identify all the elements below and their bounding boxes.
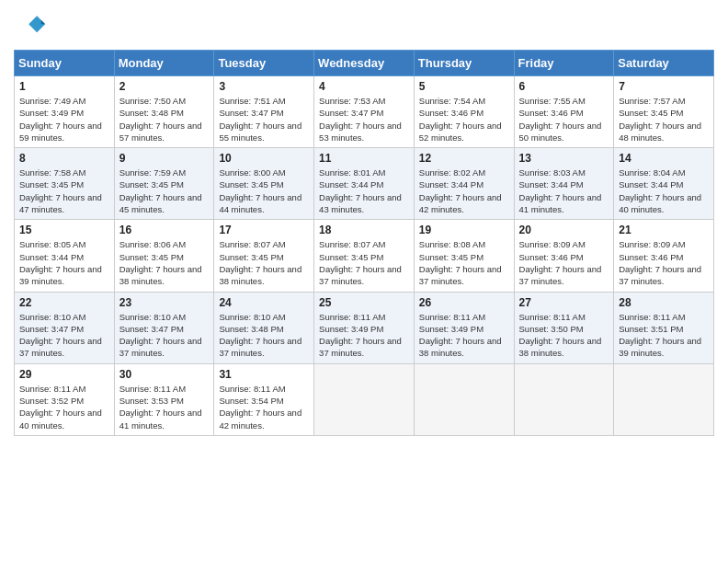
day-info: Sunrise: 7:58 AM Sunset: 3:45 PM Dayligh… — [19, 167, 109, 215]
sunset-label: Sunset: 3:46 PM — [519, 108, 584, 118]
sunset-label: Sunset: 3:45 PM — [119, 179, 184, 190]
day-info: Sunrise: 7:49 AM Sunset: 3:49 PM Dayligh… — [19, 95, 109, 144]
daylight-label: Daylight: 7 hours and 37 minutes. — [419, 264, 502, 286]
daylight-label: Daylight: 7 hours and 38 minutes. — [219, 264, 301, 286]
daylight-label: Daylight: 7 hours and 37 minutes. — [19, 336, 102, 358]
day-number: 17 — [219, 224, 309, 236]
calendar-cell: 1 Sunrise: 7:49 AM Sunset: 3:49 PM Dayli… — [15, 76, 115, 148]
sunrise-label: Sunrise: 7:59 AM — [119, 167, 186, 178]
day-header-friday: Friday — [514, 51, 614, 76]
daylight-label: Daylight: 7 hours and 50 minutes. — [519, 121, 602, 143]
calendar-cell: 8 Sunrise: 7:58 AM Sunset: 3:45 PM Dayli… — [15, 148, 115, 220]
daylight-label: Daylight: 7 hours and 40 minutes. — [19, 408, 102, 430]
sunrise-label: Sunrise: 8:02 AM — [419, 167, 485, 178]
daylight-label: Daylight: 7 hours and 37 minutes. — [319, 336, 402, 358]
sunset-label: Sunset: 3:44 PM — [619, 179, 683, 190]
calendar-cell: 31 Sunrise: 8:11 AM Sunset: 3:54 PM Dayl… — [214, 363, 314, 435]
daylight-label: Daylight: 7 hours and 48 minutes. — [619, 121, 701, 143]
day-number: 8 — [19, 152, 109, 165]
daylight-label: Daylight: 7 hours and 38 minutes. — [419, 336, 502, 358]
sunset-label: Sunset: 3:45 PM — [219, 179, 283, 190]
day-info: Sunrise: 8:00 AM Sunset: 3:45 PM Dayligh… — [219, 167, 309, 215]
sunset-label: Sunset: 3:47 PM — [219, 108, 283, 118]
week-row-5: 29 Sunrise: 8:11 AM Sunset: 3:52 PM Dayl… — [15, 363, 714, 435]
day-info: Sunrise: 8:11 AM Sunset: 3:54 PM Dayligh… — [219, 383, 309, 431]
sunrise-label: Sunrise: 8:06 AM — [119, 239, 186, 249]
sunset-label: Sunset: 3:48 PM — [219, 324, 283, 334]
calendar-cell: 25 Sunrise: 8:11 AM Sunset: 3:49 PM Dayl… — [314, 292, 415, 363]
day-number: 1 — [19, 80, 109, 93]
calendar-cell: 21 Sunrise: 8:09 AM Sunset: 3:46 PM Dayl… — [614, 220, 714, 292]
day-info: Sunrise: 8:11 AM Sunset: 3:50 PM Dayligh… — [519, 311, 609, 360]
week-row-2: 8 Sunrise: 7:58 AM Sunset: 3:45 PM Dayli… — [15, 148, 714, 220]
sunrise-label: Sunrise: 7:57 AM — [619, 96, 685, 106]
sunset-label: Sunset: 3:49 PM — [19, 108, 84, 118]
day-info: Sunrise: 7:57 AM Sunset: 3:45 PM Dayligh… — [619, 95, 709, 144]
day-header-saturday: Saturday — [614, 51, 714, 76]
day-number: 19 — [419, 224, 509, 236]
calendar-cell: 23 Sunrise: 8:10 AM Sunset: 3:47 PM Dayl… — [114, 292, 214, 363]
calendar-cell: 30 Sunrise: 8:11 AM Sunset: 3:53 PM Dayl… — [114, 363, 214, 435]
day-info: Sunrise: 8:10 AM Sunset: 3:48 PM Dayligh… — [219, 311, 309, 360]
calendar-cell: 5 Sunrise: 7:54 AM Sunset: 3:46 PM Dayli… — [414, 76, 514, 148]
daylight-label: Daylight: 7 hours and 37 minutes. — [219, 336, 301, 358]
calendar-cell — [614, 363, 714, 435]
sunrise-label: Sunrise: 8:11 AM — [319, 312, 385, 322]
sunset-label: Sunset: 3:50 PM — [519, 324, 584, 334]
sunset-label: Sunset: 3:54 PM — [219, 396, 283, 406]
sunrise-label: Sunrise: 8:09 AM — [519, 239, 586, 249]
sunrise-label: Sunrise: 7:49 AM — [19, 96, 85, 106]
day-number: 5 — [419, 80, 509, 93]
day-info: Sunrise: 8:11 AM Sunset: 3:52 PM Dayligh… — [19, 383, 109, 431]
calendar-cell: 13 Sunrise: 8:03 AM Sunset: 3:44 PM Dayl… — [514, 148, 614, 220]
daylight-label: Daylight: 7 hours and 41 minutes. — [119, 408, 202, 430]
day-info: Sunrise: 8:11 AM Sunset: 3:49 PM Dayligh… — [319, 311, 409, 360]
day-header-wednesday: Wednesday — [314, 51, 415, 76]
sunset-label: Sunset: 3:45 PM — [319, 252, 383, 262]
calendar-cell: 7 Sunrise: 7:57 AM Sunset: 3:45 PM Dayli… — [614, 76, 714, 148]
daylight-label: Daylight: 7 hours and 45 minutes. — [119, 192, 202, 214]
calendar-cell: 10 Sunrise: 8:00 AM Sunset: 3:45 PM Dayl… — [214, 148, 314, 220]
day-number: 3 — [219, 80, 309, 93]
week-row-4: 22 Sunrise: 8:10 AM Sunset: 3:47 PM Dayl… — [15, 292, 714, 363]
daylight-label: Daylight: 7 hours and 52 minutes. — [419, 121, 502, 143]
day-info: Sunrise: 8:09 AM Sunset: 3:46 PM Dayligh… — [619, 238, 709, 287]
page: SundayMondayTuesdayWednesdayThursdayFrid… — [0, 0, 728, 563]
day-info: Sunrise: 8:01 AM Sunset: 3:44 PM Dayligh… — [319, 167, 409, 215]
sunrise-label: Sunrise: 7:55 AM — [519, 96, 586, 106]
sunrise-label: Sunrise: 7:58 AM — [19, 167, 85, 178]
day-info: Sunrise: 8:10 AM Sunset: 3:47 PM Dayligh… — [119, 311, 210, 360]
daylight-label: Daylight: 7 hours and 47 minutes. — [19, 192, 102, 214]
daylight-label: Daylight: 7 hours and 38 minutes. — [519, 336, 602, 358]
daylight-label: Daylight: 7 hours and 40 minutes. — [619, 192, 701, 214]
sunset-label: Sunset: 3:49 PM — [319, 324, 383, 334]
daylight-label: Daylight: 7 hours and 37 minutes. — [519, 264, 602, 286]
day-info: Sunrise: 8:11 AM Sunset: 3:51 PM Dayligh… — [619, 311, 709, 360]
daylight-label: Daylight: 7 hours and 42 minutes. — [219, 408, 301, 430]
day-number: 24 — [219, 296, 309, 309]
sunset-label: Sunset: 3:47 PM — [19, 324, 84, 334]
sunset-label: Sunset: 3:44 PM — [519, 179, 584, 190]
sunset-label: Sunset: 3:53 PM — [119, 396, 184, 406]
daylight-label: Daylight: 7 hours and 43 minutes. — [319, 192, 402, 214]
daylight-label: Daylight: 7 hours and 57 minutes. — [119, 121, 202, 143]
sunset-label: Sunset: 3:46 PM — [419, 108, 483, 118]
day-info: Sunrise: 7:54 AM Sunset: 3:46 PM Dayligh… — [419, 95, 509, 144]
day-number: 20 — [519, 224, 609, 236]
day-header-tuesday: Tuesday — [214, 51, 314, 76]
day-number: 21 — [619, 224, 709, 236]
day-number: 12 — [419, 152, 509, 165]
daylight-label: Daylight: 7 hours and 42 minutes. — [419, 192, 502, 214]
calendar-cell: 15 Sunrise: 8:05 AM Sunset: 3:44 PM Dayl… — [15, 220, 115, 292]
sunrise-label: Sunrise: 8:11 AM — [19, 384, 85, 394]
calendar-cell: 9 Sunrise: 7:59 AM Sunset: 3:45 PM Dayli… — [114, 148, 214, 220]
daylight-label: Daylight: 7 hours and 59 minutes. — [19, 121, 102, 143]
sunrise-label: Sunrise: 8:09 AM — [619, 239, 685, 249]
day-header-thursday: Thursday — [414, 51, 514, 76]
daylight-label: Daylight: 7 hours and 55 minutes. — [219, 121, 301, 143]
day-info: Sunrise: 7:55 AM Sunset: 3:46 PM Dayligh… — [519, 95, 609, 144]
daylight-label: Daylight: 7 hours and 37 minutes. — [119, 336, 202, 358]
day-info: Sunrise: 8:07 AM Sunset: 3:45 PM Dayligh… — [319, 238, 409, 287]
sunset-label: Sunset: 3:47 PM — [319, 108, 383, 118]
calendar-cell: 17 Sunrise: 8:07 AM Sunset: 3:45 PM Dayl… — [214, 220, 314, 292]
